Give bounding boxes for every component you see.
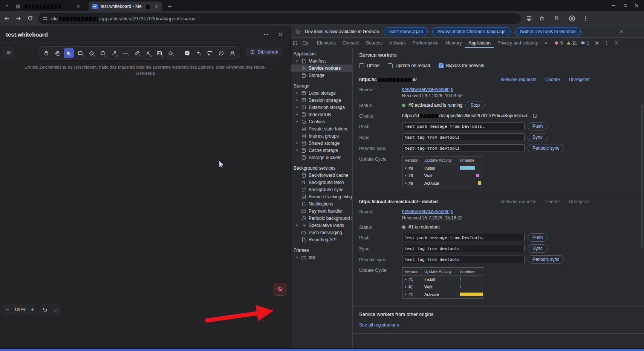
- viewer-menu-button[interactable]: [261, 29, 271, 40]
- redo-icon[interactable]: [53, 307, 58, 312]
- periodic-sync-button[interactable]: Periodic sync: [528, 144, 564, 152]
- tab-close-button[interactable]: [75, 3, 81, 9]
- sidebar-item-indexeddb[interactable]: IndexedDB: [291, 111, 352, 118]
- sidebar-item-periodic-background-sync[interactable]: Periodic background s...: [291, 215, 352, 222]
- sidebar-item-private-state-tokens[interactable]: Private state tokens: [291, 125, 352, 132]
- table-row[interactable]: #9 Install: [402, 164, 484, 172]
- bookmark-button[interactable]: [537, 14, 547, 23]
- sync-tag-input[interactable]: [402, 245, 525, 252]
- sidebar-item-extension-storage[interactable]: Extension storage: [291, 104, 352, 111]
- table-row[interactable]: #9 Activate: [402, 179, 484, 187]
- checkbox-icon[interactable]: [359, 63, 364, 68]
- tab-console[interactable]: Console: [339, 38, 363, 48]
- tool-ellipse[interactable]: 4: [98, 48, 108, 58]
- extensions-button[interactable]: [552, 14, 562, 23]
- library-button[interactable]: Bibliothek: [246, 48, 282, 57]
- expander-icon[interactable]: [295, 59, 299, 63]
- offline-indicator-button[interactable]: [274, 283, 286, 296]
- error-count-badge[interactable]: 9: [554, 41, 563, 45]
- tool-comment[interactable]: [205, 48, 215, 58]
- match-language-button[interactable]: Always match Chrome's language: [432, 27, 510, 36]
- sync-button[interactable]: Sync: [528, 244, 548, 253]
- periodic-sync-tag-input[interactable]: [402, 144, 525, 152]
- push-message-input[interactable]: [402, 234, 525, 241]
- update-link[interactable]: Update: [545, 199, 560, 204]
- tool-text[interactable]: 8: [143, 48, 153, 58]
- expander-icon[interactable]: [295, 91, 299, 95]
- checkbox-icon[interactable]: [388, 63, 393, 68]
- install-app-button[interactable]: [524, 14, 534, 23]
- sync-button[interactable]: Sync: [528, 133, 548, 141]
- tool-laser[interactable]: [182, 48, 192, 58]
- tab-search-button[interactable]: [2, 1, 11, 10]
- table-row[interactable]: #1 Activate: [402, 291, 484, 298]
- source-file-link[interactable]: preview-service-worker.js: [402, 87, 453, 92]
- periodic-sync-tag-input[interactable]: [402, 256, 525, 263]
- tool-eraser[interactable]: 0: [165, 48, 176, 58]
- stop-button[interactable]: Stop: [465, 101, 485, 109]
- source-file-link[interactable]: preview-service-worker.js: [402, 209, 453, 214]
- table-row[interactable]: #9 Wait: [402, 172, 484, 179]
- tool-rectangle[interactable]: 2: [75, 48, 85, 58]
- inspect-element-button[interactable]: [291, 38, 300, 48]
- sidebar-item-speculative-loads[interactable]: Speculative loads: [291, 222, 352, 229]
- tab-close-button[interactable]: [154, 3, 159, 9]
- devtools-close-button[interactable]: [612, 38, 621, 48]
- sidebar-item-background-fetch[interactable]: Background fetch: [291, 179, 352, 186]
- unregister-link[interactable]: Unregister: [569, 199, 590, 204]
- focus-window-icon[interactable]: [532, 113, 538, 118]
- push-message-input[interactable]: [402, 123, 525, 130]
- back-button[interactable]: [2, 14, 12, 23]
- sidebar-item-reporting-api[interactable]: Reporting API: [291, 236, 352, 243]
- update-link[interactable]: Update: [545, 77, 560, 82]
- tool-collaborate[interactable]: [227, 48, 237, 58]
- unregister-link[interactable]: Unregister: [569, 77, 590, 82]
- tab-elements[interactable]: Elements: [314, 38, 339, 48]
- site-info-icon[interactable]: [43, 16, 48, 21]
- sidebar-item-service-workers[interactable]: Service workers: [291, 64, 352, 72]
- viewer-close-button[interactable]: [275, 29, 286, 40]
- maximize-icon[interactable]: [623, 3, 627, 8]
- sidebar-item-push-messaging[interactable]: Push messaging: [291, 229, 352, 236]
- expander-icon[interactable]: [295, 149, 299, 152]
- dont-show-again-button[interactable]: Don't show again: [384, 27, 428, 36]
- tool-selection[interactable]: 1: [64, 48, 74, 58]
- expand-triangle-icon[interactable]: [405, 167, 407, 169]
- expander-icon[interactable]: [295, 224, 299, 227]
- sidebar-item-session-storage[interactable]: Session storage: [291, 97, 352, 104]
- address-bar[interactable]: clo /apps/files/files/2979170?dir=/&open…: [38, 13, 521, 24]
- table-row[interactable]: #1 Install: [402, 276, 484, 283]
- switch-language-button[interactable]: Switch DevTools to German: [515, 27, 581, 36]
- profile-button[interactable]: [567, 14, 577, 23]
- reload-button[interactable]: [25, 14, 35, 23]
- expander-icon[interactable]: [295, 98, 299, 102]
- network-requests-link[interactable]: Network requests: [501, 77, 536, 82]
- sidebar-item-notifications[interactable]: Notifications: [291, 200, 352, 207]
- tab-privacy[interactable]: Privacy and security: [494, 38, 541, 48]
- expander-icon[interactable]: [295, 256, 299, 259]
- infobar-close-button[interactable]: [619, 29, 624, 34]
- sidebar-item-payment-handler[interactable]: Payment handler: [291, 207, 352, 215]
- url-text[interactable]: clo /apps/files/files/2979170?dir=/&open…: [51, 16, 196, 21]
- offline-checkbox[interactable]: Offline: [359, 63, 379, 68]
- tool-hand[interactable]: [52, 48, 63, 58]
- warning-count-badge[interactable]: 21: [566, 41, 577, 45]
- checkbox-icon[interactable]: [439, 63, 444, 68]
- expand-triangle-icon[interactable]: [405, 175, 407, 177]
- tool-arrow[interactable]: 5: [109, 48, 119, 58]
- tool-image[interactable]: 9: [154, 48, 164, 58]
- bypass-for-network-checkbox[interactable]: Bypass for network: [439, 63, 485, 68]
- devtools-menu-button[interactable]: [602, 38, 612, 48]
- tool-diamond[interactable]: 3: [86, 48, 96, 58]
- zoom-out-button[interactable]: −: [3, 304, 12, 315]
- undo-icon[interactable]: [42, 307, 47, 312]
- sidebar-item-cookies[interactable]: Cookies: [291, 118, 352, 125]
- expander-icon[interactable]: [295, 113, 299, 116]
- tool-line[interactable]: 6: [120, 48, 130, 58]
- push-button[interactable]: Push: [528, 233, 548, 242]
- sidebar-item-local-storage[interactable]: Local storage: [291, 89, 352, 97]
- sync-tag-input[interactable]: [402, 133, 525, 141]
- zoom-level[interactable]: 100%: [12, 307, 28, 312]
- sidebar-item-interest-groups[interactable]: Interest groups: [291, 132, 352, 139]
- tab-application[interactable]: Application: [465, 38, 494, 48]
